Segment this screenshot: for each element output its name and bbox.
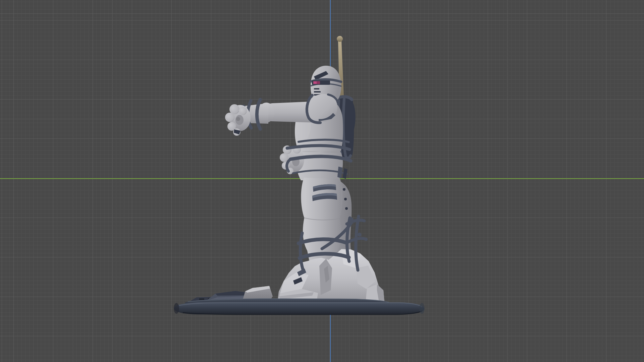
debris-slot (199, 298, 204, 300)
tube-nub (350, 218, 354, 222)
viewport-canvas[interactable] (0, 0, 644, 362)
backpack-tube (348, 101, 350, 151)
base-left-bevel (174, 303, 179, 314)
knuckle (280, 153, 288, 162)
stud (345, 207, 348, 210)
punching-fist (225, 104, 251, 136)
tube-nub (358, 233, 362, 237)
base-disc-body (174, 302, 424, 314)
stud (343, 188, 345, 191)
display-base-disc[interactable] (174, 299, 425, 314)
leg-surface (301, 178, 342, 264)
front-leg[interactable] (301, 178, 342, 264)
ladder-tube (300, 233, 303, 269)
robot-statue-model[interactable] (174, 36, 425, 314)
base-right-bevel (419, 303, 425, 314)
stud (344, 198, 347, 200)
visor-inner-shade (317, 81, 320, 84)
antenna-ball (337, 36, 343, 42)
viewport-3d[interactable] (0, 0, 644, 362)
